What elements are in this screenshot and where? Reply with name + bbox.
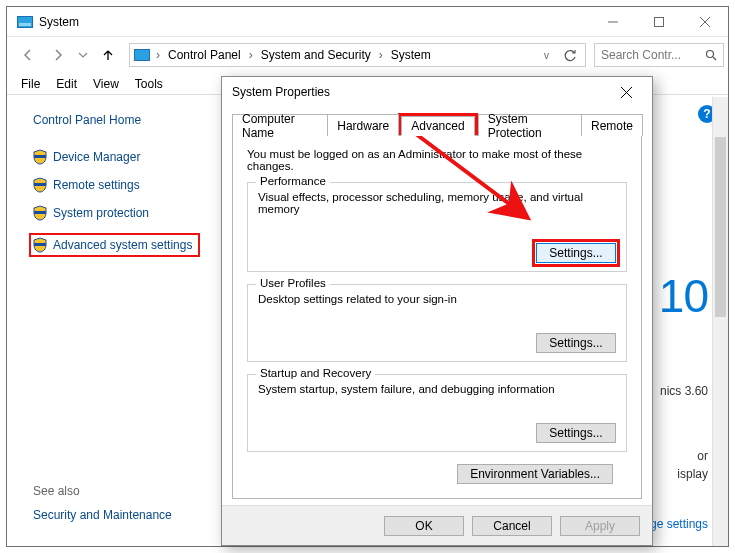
svg-rect-1: [655, 17, 664, 26]
svg-point-4: [707, 51, 714, 58]
dialog-close-button[interactable]: [606, 78, 646, 106]
advanced-system-settings-link[interactable]: Advanced system settings: [53, 238, 192, 252]
svg-rect-7: [34, 183, 46, 186]
shield-icon: [33, 237, 47, 253]
history-dropdown[interactable]: [75, 42, 91, 68]
search-placeholder: Search Contr...: [601, 48, 681, 62]
svg-rect-8: [34, 211, 46, 214]
see-also-label: See also: [33, 484, 80, 498]
svg-line-5: [713, 57, 716, 60]
spec-fragment: nics 3.60: [660, 384, 708, 398]
sidebar-item: System protection: [33, 205, 211, 221]
tab-strip: Computer Name Hardware Advanced System P…: [232, 113, 642, 135]
annotation-highlight-box: Advanced: [398, 113, 477, 135]
minimize-button[interactable]: [590, 7, 636, 37]
navigation-bar: › Control Panel › System and Security › …: [7, 37, 728, 73]
security-and-maintenance-link[interactable]: Security and Maintenance: [33, 508, 172, 522]
window-icon: [17, 16, 33, 28]
tab-hardware[interactable]: Hardware: [327, 114, 399, 136]
chevron-down-icon[interactable]: v: [542, 50, 551, 61]
sidebar-item: Remote settings: [33, 177, 211, 193]
system-properties-dialog: System Properties Computer Name Hardware…: [221, 76, 653, 546]
tab-panel-advanced: You must be logged on as an Administrato…: [232, 135, 642, 499]
tab-remote[interactable]: Remote: [581, 114, 643, 136]
tab-control: Computer Name Hardware Advanced System P…: [232, 113, 642, 499]
ok-button[interactable]: OK: [384, 516, 464, 536]
back-button[interactable]: [15, 42, 41, 68]
group-title: Startup and Recovery: [256, 367, 375, 379]
address-icon: [134, 49, 150, 61]
tab-computer-name[interactable]: Computer Name: [232, 114, 328, 136]
svg-rect-9: [34, 243, 46, 246]
device-manager-link[interactable]: Device Manager: [53, 150, 140, 164]
group-title: User Profiles: [256, 277, 330, 289]
chevron-right-icon[interactable]: ›: [247, 48, 255, 62]
menu-view[interactable]: View: [85, 75, 127, 93]
title-bar: System: [7, 7, 728, 37]
breadcrumb-item[interactable]: System and Security: [259, 48, 373, 62]
close-button[interactable]: [682, 7, 728, 37]
user-profiles-group: User Profiles Desktop settings related t…: [247, 284, 627, 362]
left-navigation-pane: Control Panel Home Device Manager Remote…: [7, 99, 223, 546]
forward-button[interactable]: [45, 42, 71, 68]
group-title: Performance: [256, 175, 330, 187]
breadcrumb-item[interactable]: System: [389, 48, 433, 62]
group-description: Desktop settings related to your sign-in: [258, 293, 616, 305]
remote-settings-link[interactable]: Remote settings: [53, 178, 140, 192]
chevron-right-icon[interactable]: ›: [154, 48, 162, 62]
search-box[interactable]: Search Contr...: [594, 43, 724, 67]
spec-fragment: isplay: [677, 467, 708, 481]
menu-tools[interactable]: Tools: [127, 75, 171, 93]
menu-file[interactable]: File: [13, 75, 48, 93]
vertical-scrollbar[interactable]: [712, 97, 728, 546]
control-panel-home-link[interactable]: Control Panel Home: [33, 113, 211, 127]
cancel-button[interactable]: Cancel: [472, 516, 552, 536]
breadcrumb-item[interactable]: Control Panel: [166, 48, 243, 62]
window-title: System: [39, 15, 79, 29]
shield-icon: [33, 205, 47, 221]
svg-rect-6: [34, 155, 46, 158]
sidebar-item-highlighted: Advanced system settings: [29, 233, 211, 257]
user-profiles-settings-button[interactable]: Settings...: [536, 333, 616, 353]
shield-icon: [33, 177, 47, 193]
dialog-footer: OK Cancel Apply: [222, 505, 652, 545]
dialog-title-bar[interactable]: System Properties: [222, 77, 652, 107]
admin-note: You must be logged on as an Administrato…: [247, 148, 627, 172]
shield-icon: [33, 149, 47, 165]
dialog-title: System Properties: [232, 85, 330, 99]
address-bar[interactable]: › Control Panel › System and Security › …: [129, 43, 586, 67]
startup-recovery-settings-button[interactable]: Settings...: [536, 423, 616, 443]
tab-system-protection[interactable]: System Protection: [478, 114, 582, 136]
maximize-button[interactable]: [636, 7, 682, 37]
sidebar-item: Device Manager: [33, 149, 211, 165]
apply-button[interactable]: Apply: [560, 516, 640, 536]
spec-fragment: or: [697, 449, 708, 463]
up-button[interactable]: [95, 42, 121, 68]
environment-variables-button[interactable]: Environment Variables...: [457, 464, 613, 484]
search-icon: [705, 49, 717, 61]
chevron-right-icon[interactable]: ›: [377, 48, 385, 62]
performance-settings-button[interactable]: Settings...: [536, 243, 616, 263]
annotation-highlight-box: Advanced system settings: [29, 233, 200, 257]
group-description: Visual effects, processor scheduling, me…: [258, 191, 616, 215]
startup-recovery-group: Startup and Recovery System startup, sys…: [247, 374, 627, 452]
performance-group: Performance Visual effects, processor sc…: [247, 182, 627, 272]
group-description: System startup, system failure, and debu…: [258, 383, 616, 395]
menu-edit[interactable]: Edit: [48, 75, 85, 93]
scrollbar-thumb[interactable]: [715, 137, 726, 317]
tab-advanced[interactable]: Advanced: [401, 116, 474, 136]
refresh-button[interactable]: [559, 44, 581, 66]
system-protection-link[interactable]: System protection: [53, 206, 149, 220]
